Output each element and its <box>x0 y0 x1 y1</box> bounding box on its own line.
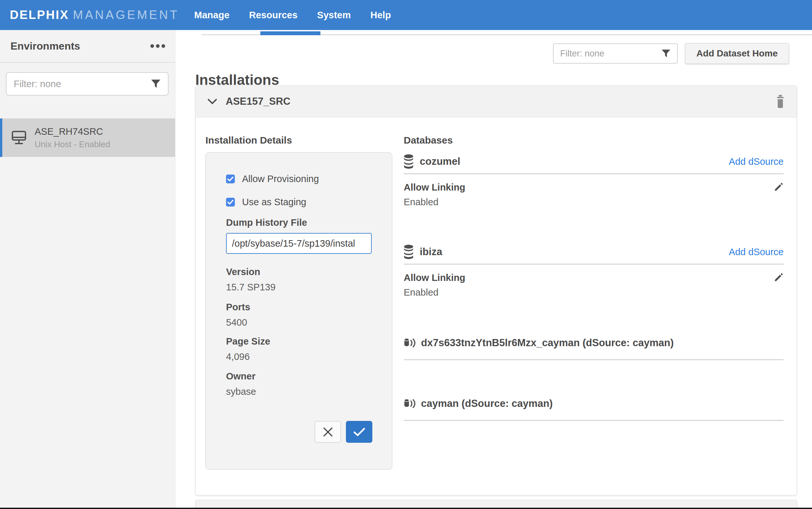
version-label: Version <box>226 267 276 277</box>
owner-field: Owner sybase <box>226 371 256 397</box>
main-content: Installations Add Dataset Home ASE157_SR… <box>176 35 812 509</box>
allow-linking-value: Enabled <box>404 287 465 298</box>
trash-icon[interactable] <box>776 95 785 108</box>
dsource-name: cayman (dSource: cayman) <box>421 398 553 409</box>
divider <box>404 420 784 421</box>
dsource-row: dx7s633tnzYtnB5lr6Mzx_cayman (dSource: c… <box>404 336 784 350</box>
sidebar-item-environment[interactable]: ASE_RH74SRC Unix Host - Enabled <box>0 118 175 157</box>
dump-history-file-input[interactable] <box>226 233 372 254</box>
installation-card: ASE157_SRC Installation Details <box>195 86 797 495</box>
allow-linking-label: Allow Linking <box>404 272 465 283</box>
ports-label: Ports <box>226 302 250 313</box>
dump-history-file-label: Dump History File <box>226 217 307 228</box>
environment-name: ASE_RH74SRC <box>35 126 110 137</box>
installation-name: ASE157_SRC <box>226 96 290 107</box>
databases-heading: Databases <box>404 134 784 146</box>
screen-bottom-edge <box>0 508 812 509</box>
installations-filter-box <box>553 43 678 64</box>
nav-item-resources[interactable]: Resources <box>249 10 298 21</box>
allow-provisioning-row[interactable]: Allow Provisioning <box>226 174 319 184</box>
use-as-staging-checkbox[interactable] <box>226 198 235 207</box>
environment-text: ASE_RH74SRC Unix Host - Enabled <box>35 126 110 149</box>
details-action-buttons <box>315 421 372 443</box>
sidebar-title: Environments <box>10 40 80 52</box>
installations-filter-input[interactable] <box>560 48 661 59</box>
nav-item-manage[interactable]: Manage <box>194 10 230 21</box>
add-dataset-home-button[interactable]: Add Dataset Home <box>685 43 789 64</box>
installation-details-heading: Installation Details <box>206 134 392 146</box>
dsource-name: dx7s633tnzYtnB5lr6Mzx_cayman (dSource: c… <box>421 337 674 349</box>
brand-primary: DELPHIX <box>10 8 69 22</box>
brand-logo: DELPHIX MANAGEMENT <box>10 8 179 22</box>
header-actions: Add Dataset Home <box>553 43 789 64</box>
divider <box>404 173 784 174</box>
add-dsource-link[interactable]: Add dSource <box>729 156 784 167</box>
database-cylinder-icon <box>404 245 413 259</box>
nav-item-help[interactable]: Help <box>370 10 391 21</box>
database-row-ibiza: ibiza Add dSource <box>404 244 784 260</box>
ports-value: 5400 <box>226 317 250 328</box>
owner-value: sybase <box>226 386 256 397</box>
ports-field: Ports 5400 <box>226 302 250 328</box>
installation-card-header[interactable]: ASE157_SRC <box>196 86 797 117</box>
sidebar-filter-box <box>6 72 168 96</box>
divider <box>404 264 784 265</box>
environment-status: Unix Host - Enabled <box>35 139 110 149</box>
use-as-staging-label: Use as Staging <box>242 197 306 207</box>
allow-linking-block: Allow Linking Enabled <box>404 182 784 207</box>
chevron-down-icon[interactable] <box>208 99 217 105</box>
database-row-cozumel: cozumel Add dSource <box>404 154 784 169</box>
allow-linking-label: Allow Linking <box>404 182 465 193</box>
installation-card-body: Installation Details Allow Provisioning <box>196 117 797 495</box>
nav-items: Manage Resources System Help <box>194 10 391 21</box>
owner-label: Owner <box>226 371 256 382</box>
database-name: ibiza <box>420 246 442 258</box>
add-dsource-link[interactable]: Add dSource <box>729 247 784 258</box>
edit-pencil-icon[interactable] <box>774 272 784 282</box>
version-field: Version 15.7 SP139 <box>226 267 276 293</box>
allow-provisioning-checkbox[interactable] <box>226 175 235 183</box>
databases-column: Databases cozumel Add dSource <box>404 134 784 421</box>
top-nav: DELPHIX MANAGEMENT Manage Resources Syst… <box>0 0 812 30</box>
page-size-field: Page Size 4,096 <box>226 336 270 362</box>
filter-funnel-icon[interactable] <box>661 49 670 58</box>
allow-provisioning-label: Allow Provisioning <box>242 174 319 184</box>
allow-linking-text: Allow Linking Enabled <box>404 272 465 298</box>
sidebar-filter-input[interactable] <box>14 79 151 90</box>
divider <box>404 359 784 360</box>
host-monitor-icon <box>11 131 27 145</box>
allow-linking-value: Enabled <box>404 197 465 207</box>
ellipsis-menu-icon[interactable] <box>150 44 165 48</box>
dsource-icon <box>404 337 415 349</box>
brand-secondary: MANAGEMENT <box>73 8 179 22</box>
nav-item-system[interactable]: System <box>317 10 351 21</box>
allow-linking-text: Allow Linking Enabled <box>404 182 465 207</box>
version-value: 15.7 SP139 <box>226 282 276 293</box>
dsource-row: cayman (dSource: cayman) <box>404 397 784 411</box>
installation-details-column: Installation Details Allow Provisioning <box>206 134 392 470</box>
environments-sidebar: Environments ASE_RH74SRC Uni <box>0 30 176 509</box>
edit-pencil-icon[interactable] <box>774 182 784 192</box>
database-name: cozumel <box>420 156 460 167</box>
page-size-value: 4,096 <box>226 351 270 362</box>
cancel-button[interactable] <box>315 421 341 443</box>
sidebar-header: Environments <box>0 30 175 63</box>
confirm-button[interactable] <box>346 421 372 443</box>
filter-funnel-icon[interactable] <box>151 79 161 89</box>
use-as-staging-row[interactable]: Use as Staging <box>226 197 306 207</box>
delphix-management-app: DELPHIX MANAGEMENT Manage Resources Syst… <box>0 0 812 509</box>
page-size-label: Page Size <box>226 336 270 347</box>
allow-linking-block: Allow Linking Enabled <box>404 272 784 298</box>
database-cylinder-icon <box>404 154 413 169</box>
installation-details-panel: Allow Provisioning Use as Staging Dump H… <box>206 152 392 470</box>
dsource-icon <box>404 398 415 409</box>
